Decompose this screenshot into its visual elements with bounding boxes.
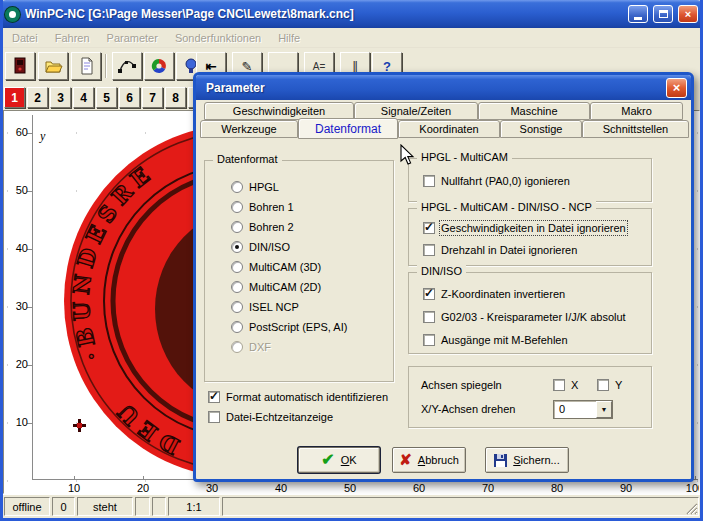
vector-path-icon xyxy=(117,57,137,75)
save-button[interactable]: Sichern... xyxy=(485,447,569,473)
redraw-button[interactable] xyxy=(144,52,174,80)
menu-sonderfunktionen[interactable]: Sonderfunktionen xyxy=(175,32,261,44)
check-ausgaenge-m-befehle[interactable]: Ausgänge mit M-Befehlen xyxy=(423,334,568,346)
radio-multicam-3d[interactable]: MultiCAM (3D) xyxy=(231,261,321,273)
tab-datenformat[interactable]: Datenformat xyxy=(298,118,398,139)
radio-postscript[interactable]: PostScript (EPS, AI) xyxy=(231,321,347,333)
x-tick-label: 70 xyxy=(476,482,500,494)
tab-schnittstellen[interactable]: Schnittstellen xyxy=(582,120,689,138)
minimize-icon xyxy=(634,17,642,20)
checkbox-icon[interactable] xyxy=(423,288,435,300)
status-empty-cell xyxy=(135,497,150,516)
radio-icon[interactable] xyxy=(231,301,243,313)
menu-datei[interactable]: Datei xyxy=(12,32,38,44)
checkbox-icon[interactable] xyxy=(553,379,565,391)
tab-makro[interactable]: Makro xyxy=(590,102,683,120)
radio-hpgl[interactable]: HPGL xyxy=(231,181,279,193)
check-mirror-x[interactable]: X xyxy=(553,379,578,391)
menu-hilfe[interactable]: Hilfe xyxy=(278,32,300,44)
chevron-down-icon[interactable]: ▼ xyxy=(596,401,612,418)
tool-button-6[interactable]: 6 xyxy=(119,87,140,108)
show-path-button[interactable] xyxy=(112,52,142,80)
menu-fahren[interactable]: Fahren xyxy=(55,32,90,44)
tool-button-7[interactable]: 7 xyxy=(142,87,163,108)
tool-button-3[interactable]: 3 xyxy=(50,87,71,108)
radio-bohren-1[interactable]: Bohren 1 xyxy=(231,201,294,213)
toolbar-separator xyxy=(105,54,107,78)
app-logo-icon xyxy=(5,7,20,22)
radio-icon[interactable] xyxy=(231,321,243,333)
resize-grip-icon[interactable] xyxy=(685,502,698,515)
document-icon xyxy=(77,57,95,75)
check-format-auto[interactable]: Format automatisch identifizieren xyxy=(208,391,388,403)
checkbox-icon[interactable] xyxy=(423,222,435,234)
close-button[interactable]: × xyxy=(678,5,698,23)
check-drehzahl-ignorieren[interactable]: Drehzahl in Datei ignorieren xyxy=(423,244,577,256)
dialog-close-button[interactable]: × xyxy=(666,78,687,98)
radio-icon[interactable] xyxy=(231,241,243,253)
rotate-select-value: 0 xyxy=(554,401,596,418)
rotate-select[interactable]: 0 ▼ xyxy=(553,400,613,419)
minimize-button[interactable] xyxy=(628,5,648,23)
tool-button-2[interactable]: 2 xyxy=(27,87,48,108)
dialog-title: Parameter xyxy=(206,81,666,95)
check-mirror-y[interactable]: Y xyxy=(597,379,622,391)
open-file-button[interactable] xyxy=(38,52,68,80)
window-title: WinPC-NC [G:\Page Messer\Page CNC\Lewetz… xyxy=(25,7,623,21)
tab-koordinaten[interactable]: Koordinaten xyxy=(398,120,500,138)
open-folder-icon xyxy=(44,58,63,74)
radio-icon[interactable] xyxy=(231,261,243,273)
x-tick-label: 100 xyxy=(683,482,700,494)
y-tick-label: 40 xyxy=(4,242,28,254)
radio-din-iso[interactable]: DIN/ISO xyxy=(231,241,290,253)
checkbox-icon[interactable] xyxy=(423,311,435,323)
radio-icon[interactable] xyxy=(231,181,243,193)
power-button[interactable] xyxy=(5,52,35,80)
check-kreisparameter-absolut[interactable]: G02/03 - Kreisparameter I/J/K absolut xyxy=(423,311,626,323)
radio-icon[interactable] xyxy=(231,221,243,233)
check-geschwindigkeiten-ignorieren[interactable]: Geschwindigkeiten in Datei ignorieren xyxy=(423,222,626,234)
file-info-button[interactable] xyxy=(71,52,101,80)
check-datei-echtzeitanzeige[interactable]: Datei-Echtzeitanzeige xyxy=(208,411,333,423)
close-icon: × xyxy=(685,8,691,20)
checkbox-icon[interactable] xyxy=(597,379,609,391)
power-icon xyxy=(11,57,29,75)
cancel-button[interactable]: ✘ Abbruch xyxy=(392,447,466,473)
x-tick xyxy=(74,476,75,480)
y-axis-label: y xyxy=(40,129,45,144)
achsen-spiegeln-label: Achsen spiegeln xyxy=(421,379,502,391)
radio-icon[interactable] xyxy=(231,281,243,293)
check-nullfahrt[interactable]: Nullfahrt (PA0,0) igonieren xyxy=(423,175,570,187)
radio-bohren-2[interactable]: Bohren 2 xyxy=(231,221,294,233)
checkbox-icon[interactable] xyxy=(208,391,220,403)
checkbox-icon[interactable] xyxy=(423,244,435,256)
radio-multicam-2d[interactable]: MultiCAM (2D) xyxy=(231,281,321,293)
radio-icon[interactable] xyxy=(231,201,243,213)
x-tick xyxy=(143,476,144,480)
tool-button-5[interactable]: 5 xyxy=(96,87,117,108)
datenformat-group-label: Datenformat xyxy=(213,153,282,165)
x-tick xyxy=(695,476,696,480)
color-wheel-icon xyxy=(150,57,168,75)
tab-sonstige[interactable]: Sonstige xyxy=(500,120,582,138)
mirror-label-row: Achsen spiegeln xyxy=(421,379,502,391)
tool-button-8[interactable]: 8 xyxy=(165,87,186,108)
check-icon: ✔ xyxy=(321,453,334,467)
menu-parameter[interactable]: Parameter xyxy=(107,32,158,44)
tab-maschine[interactable]: Maschine xyxy=(478,102,590,120)
checkbox-icon[interactable] xyxy=(423,334,435,346)
parameter-dialog: Parameter × Geschwindigkeiten Signale/Ze… xyxy=(193,72,694,482)
tool-button-4[interactable]: 4 xyxy=(73,87,94,108)
check-z-invertieren[interactable]: Z-Koordinaten invertieren xyxy=(423,288,565,300)
checkbox-icon[interactable] xyxy=(423,175,435,187)
dialog-titlebar[interactable]: Parameter × xyxy=(196,75,691,100)
maximize-button[interactable] xyxy=(653,5,673,23)
checkbox-icon[interactable] xyxy=(208,411,220,423)
tab-row-2: Werkzeuge Datenformat Koordinaten Sonsti… xyxy=(200,120,689,138)
tab-werkzeuge[interactable]: Werkzeuge xyxy=(200,120,298,138)
tool-button-1[interactable]: 1 xyxy=(4,87,25,108)
radio-isel-ncp[interactable]: ISEL NCP xyxy=(231,301,299,313)
status-connection: offline xyxy=(4,497,50,516)
window-titlebar: WinPC-NC [G:\Page Messer\Page CNC\Lewetz… xyxy=(0,0,703,28)
ok-button[interactable]: ✔ OK xyxy=(298,447,380,473)
